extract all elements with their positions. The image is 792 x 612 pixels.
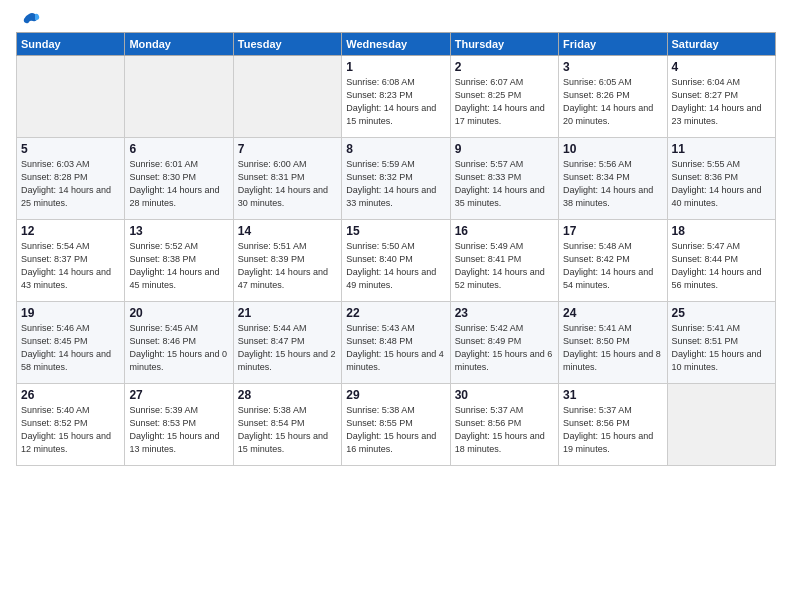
- day-number: 3: [563, 60, 662, 74]
- day-info: Sunrise: 6:04 AM Sunset: 8:27 PM Dayligh…: [672, 76, 771, 128]
- day-cell: 18Sunrise: 5:47 AM Sunset: 8:44 PM Dayli…: [667, 220, 775, 302]
- day-number: 24: [563, 306, 662, 320]
- day-cell: 11Sunrise: 5:55 AM Sunset: 8:36 PM Dayli…: [667, 138, 775, 220]
- day-number: 30: [455, 388, 554, 402]
- day-number: 16: [455, 224, 554, 238]
- day-cell: 27Sunrise: 5:39 AM Sunset: 8:53 PM Dayli…: [125, 384, 233, 466]
- day-number: 15: [346, 224, 445, 238]
- day-cell: 25Sunrise: 5:41 AM Sunset: 8:51 PM Dayli…: [667, 302, 775, 384]
- header-row: SundayMondayTuesdayWednesdayThursdayFrid…: [17, 33, 776, 56]
- day-cell: 7Sunrise: 6:00 AM Sunset: 8:31 PM Daylig…: [233, 138, 341, 220]
- day-info: Sunrise: 5:56 AM Sunset: 8:34 PM Dayligh…: [563, 158, 662, 210]
- day-number: 22: [346, 306, 445, 320]
- day-info: Sunrise: 5:49 AM Sunset: 8:41 PM Dayligh…: [455, 240, 554, 292]
- day-cell: 4Sunrise: 6:04 AM Sunset: 8:27 PM Daylig…: [667, 56, 775, 138]
- col-header-wednesday: Wednesday: [342, 33, 450, 56]
- week-row-5: 26Sunrise: 5:40 AM Sunset: 8:52 PM Dayli…: [17, 384, 776, 466]
- day-number: 2: [455, 60, 554, 74]
- day-cell: [17, 56, 125, 138]
- calendar-page: SundayMondayTuesdayWednesdayThursdayFrid…: [0, 0, 792, 476]
- week-row-4: 19Sunrise: 5:46 AM Sunset: 8:45 PM Dayli…: [17, 302, 776, 384]
- day-cell: 10Sunrise: 5:56 AM Sunset: 8:34 PM Dayli…: [559, 138, 667, 220]
- day-info: Sunrise: 6:05 AM Sunset: 8:26 PM Dayligh…: [563, 76, 662, 128]
- day-number: 19: [21, 306, 120, 320]
- day-number: 29: [346, 388, 445, 402]
- day-number: 11: [672, 142, 771, 156]
- day-cell: 17Sunrise: 5:48 AM Sunset: 8:42 PM Dayli…: [559, 220, 667, 302]
- day-cell: 1Sunrise: 6:08 AM Sunset: 8:23 PM Daylig…: [342, 56, 450, 138]
- day-number: 21: [238, 306, 337, 320]
- day-cell: 22Sunrise: 5:43 AM Sunset: 8:48 PM Dayli…: [342, 302, 450, 384]
- day-cell: 16Sunrise: 5:49 AM Sunset: 8:41 PM Dayli…: [450, 220, 558, 302]
- day-cell: 30Sunrise: 5:37 AM Sunset: 8:56 PM Dayli…: [450, 384, 558, 466]
- day-number: 13: [129, 224, 228, 238]
- day-info: Sunrise: 5:37 AM Sunset: 8:56 PM Dayligh…: [563, 404, 662, 456]
- day-info: Sunrise: 5:43 AM Sunset: 8:48 PM Dayligh…: [346, 322, 445, 374]
- day-cell: 12Sunrise: 5:54 AM Sunset: 8:37 PM Dayli…: [17, 220, 125, 302]
- day-cell: 31Sunrise: 5:37 AM Sunset: 8:56 PM Dayli…: [559, 384, 667, 466]
- calendar-table: SundayMondayTuesdayWednesdayThursdayFrid…: [16, 32, 776, 466]
- day-info: Sunrise: 6:00 AM Sunset: 8:31 PM Dayligh…: [238, 158, 337, 210]
- day-cell: 19Sunrise: 5:46 AM Sunset: 8:45 PM Dayli…: [17, 302, 125, 384]
- day-info: Sunrise: 5:59 AM Sunset: 8:32 PM Dayligh…: [346, 158, 445, 210]
- week-row-1: 1Sunrise: 6:08 AM Sunset: 8:23 PM Daylig…: [17, 56, 776, 138]
- day-info: Sunrise: 6:01 AM Sunset: 8:30 PM Dayligh…: [129, 158, 228, 210]
- day-cell: 26Sunrise: 5:40 AM Sunset: 8:52 PM Dayli…: [17, 384, 125, 466]
- day-cell: [233, 56, 341, 138]
- day-cell: 29Sunrise: 5:38 AM Sunset: 8:55 PM Dayli…: [342, 384, 450, 466]
- day-info: Sunrise: 5:41 AM Sunset: 8:51 PM Dayligh…: [672, 322, 771, 374]
- day-number: 8: [346, 142, 445, 156]
- day-info: Sunrise: 5:52 AM Sunset: 8:38 PM Dayligh…: [129, 240, 228, 292]
- day-number: 25: [672, 306, 771, 320]
- day-cell: 15Sunrise: 5:50 AM Sunset: 8:40 PM Dayli…: [342, 220, 450, 302]
- day-number: 18: [672, 224, 771, 238]
- logo-flag-icon: [18, 12, 40, 28]
- day-info: Sunrise: 5:44 AM Sunset: 8:47 PM Dayligh…: [238, 322, 337, 374]
- day-cell: 20Sunrise: 5:45 AM Sunset: 8:46 PM Dayli…: [125, 302, 233, 384]
- day-cell: 23Sunrise: 5:42 AM Sunset: 8:49 PM Dayli…: [450, 302, 558, 384]
- day-info: Sunrise: 6:08 AM Sunset: 8:23 PM Dayligh…: [346, 76, 445, 128]
- day-number: 10: [563, 142, 662, 156]
- day-info: Sunrise: 5:50 AM Sunset: 8:40 PM Dayligh…: [346, 240, 445, 292]
- day-info: Sunrise: 5:48 AM Sunset: 8:42 PM Dayligh…: [563, 240, 662, 292]
- day-cell: [667, 384, 775, 466]
- day-number: 23: [455, 306, 554, 320]
- day-number: 1: [346, 60, 445, 74]
- day-cell: 14Sunrise: 5:51 AM Sunset: 8:39 PM Dayli…: [233, 220, 341, 302]
- day-cell: [125, 56, 233, 138]
- day-info: Sunrise: 5:39 AM Sunset: 8:53 PM Dayligh…: [129, 404, 228, 456]
- day-info: Sunrise: 5:47 AM Sunset: 8:44 PM Dayligh…: [672, 240, 771, 292]
- day-info: Sunrise: 5:45 AM Sunset: 8:46 PM Dayligh…: [129, 322, 228, 374]
- day-cell: 13Sunrise: 5:52 AM Sunset: 8:38 PM Dayli…: [125, 220, 233, 302]
- day-info: Sunrise: 5:38 AM Sunset: 8:54 PM Dayligh…: [238, 404, 337, 456]
- day-cell: 9Sunrise: 5:57 AM Sunset: 8:33 PM Daylig…: [450, 138, 558, 220]
- day-number: 27: [129, 388, 228, 402]
- day-number: 6: [129, 142, 228, 156]
- day-cell: 21Sunrise: 5:44 AM Sunset: 8:47 PM Dayli…: [233, 302, 341, 384]
- day-cell: 5Sunrise: 6:03 AM Sunset: 8:28 PM Daylig…: [17, 138, 125, 220]
- day-info: Sunrise: 5:46 AM Sunset: 8:45 PM Dayligh…: [21, 322, 120, 374]
- day-info: Sunrise: 5:55 AM Sunset: 8:36 PM Dayligh…: [672, 158, 771, 210]
- day-number: 14: [238, 224, 337, 238]
- col-header-thursday: Thursday: [450, 33, 558, 56]
- header: [16, 12, 776, 24]
- day-number: 28: [238, 388, 337, 402]
- day-cell: 2Sunrise: 6:07 AM Sunset: 8:25 PM Daylig…: [450, 56, 558, 138]
- day-number: 7: [238, 142, 337, 156]
- day-cell: 28Sunrise: 5:38 AM Sunset: 8:54 PM Dayli…: [233, 384, 341, 466]
- day-info: Sunrise: 6:03 AM Sunset: 8:28 PM Dayligh…: [21, 158, 120, 210]
- day-number: 12: [21, 224, 120, 238]
- col-header-friday: Friday: [559, 33, 667, 56]
- col-header-sunday: Sunday: [17, 33, 125, 56]
- day-number: 26: [21, 388, 120, 402]
- col-header-saturday: Saturday: [667, 33, 775, 56]
- day-info: Sunrise: 6:07 AM Sunset: 8:25 PM Dayligh…: [455, 76, 554, 128]
- week-row-2: 5Sunrise: 6:03 AM Sunset: 8:28 PM Daylig…: [17, 138, 776, 220]
- day-cell: 24Sunrise: 5:41 AM Sunset: 8:50 PM Dayli…: [559, 302, 667, 384]
- day-info: Sunrise: 5:37 AM Sunset: 8:56 PM Dayligh…: [455, 404, 554, 456]
- day-info: Sunrise: 5:57 AM Sunset: 8:33 PM Dayligh…: [455, 158, 554, 210]
- day-number: 5: [21, 142, 120, 156]
- day-number: 20: [129, 306, 228, 320]
- day-number: 9: [455, 142, 554, 156]
- day-info: Sunrise: 5:40 AM Sunset: 8:52 PM Dayligh…: [21, 404, 120, 456]
